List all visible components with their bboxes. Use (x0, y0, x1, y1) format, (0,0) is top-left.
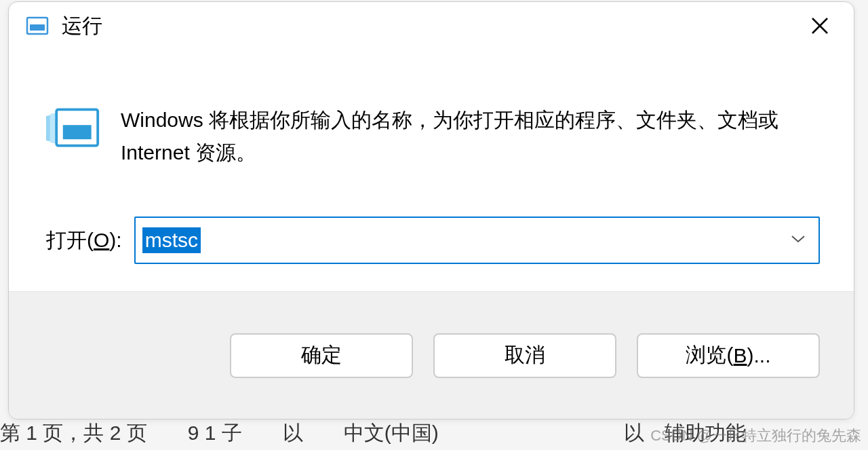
button-bar: 确定 取消 浏览(B)... (9, 291, 854, 419)
svg-rect-1 (30, 24, 45, 31)
watermark: CSDN @一只特立独行的兔先森 (650, 426, 861, 446)
input-row: 打开(O): mstsc (9, 196, 854, 291)
dialog-title: 运行 (62, 12, 800, 40)
close-icon (810, 16, 829, 35)
chevron-down-icon[interactable] (790, 234, 806, 246)
open-combobox[interactable]: mstsc (134, 217, 820, 264)
content-area: Windows 将根据你所输入的名称，为你打开相应的程序、文件夹、文档或 Int… (9, 47, 854, 196)
status-left: 第 1 页，共 2 页 9 1 子 以 中文(中国) (0, 419, 439, 447)
dialog-description: Windows 将根据你所输入的名称，为你打开相应的程序、文件夹、文档或 Int… (121, 101, 820, 169)
cancel-button[interactable]: 取消 (433, 333, 616, 378)
combobox-value: mstsc (142, 227, 201, 253)
titlebar: 运行 (9, 2, 854, 47)
browse-button[interactable]: 浏览(B)... (637, 333, 820, 378)
run-dialog: 运行 Windows 将根据你所输入的名称，为你打开相应的程序、文件夹、文档或 … (8, 1, 854, 419)
svg-rect-5 (63, 125, 92, 139)
close-button[interactable] (800, 9, 840, 43)
open-label: 打开(O): (46, 227, 122, 255)
run-icon-large (46, 101, 100, 155)
run-icon-small (25, 14, 50, 38)
ok-button[interactable]: 确定 (230, 333, 413, 378)
